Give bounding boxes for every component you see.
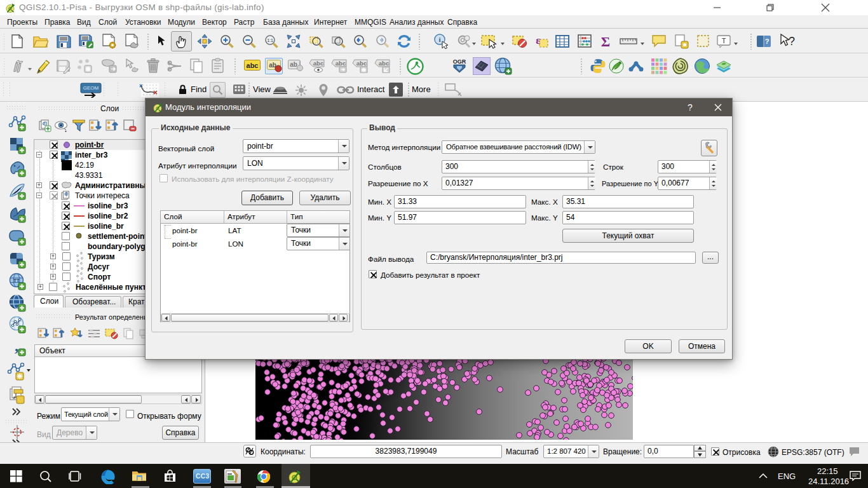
svg-text:TT: TT — [13, 278, 20, 283]
svg-text:?: ? — [789, 35, 795, 48]
svg-text:ab: ab — [290, 61, 297, 68]
svg-text:GEOM: GEOM — [83, 85, 99, 91]
svg-text:OGR: OGR — [453, 58, 466, 65]
svg-text:abc: abc — [313, 60, 323, 67]
svg-text:abc: abc — [379, 60, 389, 67]
svg-text:ε: ε — [536, 34, 540, 46]
svg-text:?: ? — [765, 37, 770, 45]
svg-text:T: T — [722, 37, 726, 44]
svg-text:Σ: Σ — [601, 34, 610, 49]
svg-text:abc: abc — [336, 60, 346, 67]
svg-text:abc: abc — [247, 62, 259, 69]
svg-text:i: i — [438, 36, 440, 43]
svg-text:abc: abc — [356, 60, 367, 67]
